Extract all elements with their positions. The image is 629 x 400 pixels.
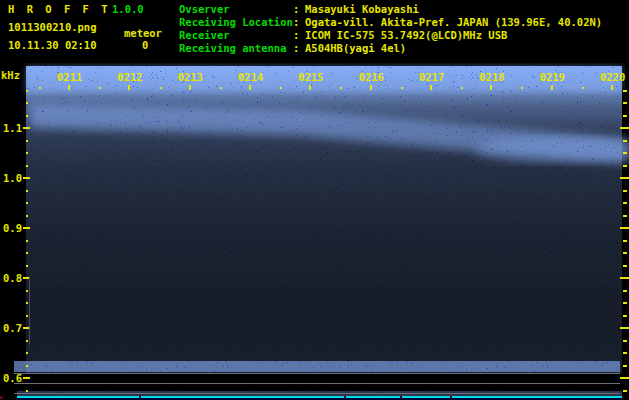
freq-tick-minor-right xyxy=(623,115,627,117)
freq-tick-major-right xyxy=(620,377,629,379)
freq-tick-minor-left xyxy=(26,340,28,342)
time-tick-half xyxy=(521,87,523,89)
time-tick-half xyxy=(461,87,463,89)
time-tick-half xyxy=(39,87,41,89)
time-label: 0213 xyxy=(178,71,203,84)
freq-tick-minor-left xyxy=(26,102,28,104)
time-label: 0217 xyxy=(419,71,444,84)
freq-tick-minor-left xyxy=(26,202,28,204)
time-label: 0212 xyxy=(117,71,142,84)
time-tick-minute xyxy=(430,85,432,90)
freq-tick-minor-right xyxy=(623,352,627,354)
info-label-receiver: Receiver xyxy=(179,29,230,42)
time-tick-minute xyxy=(551,85,553,90)
freq-tick-minor-left xyxy=(26,240,28,242)
filename: 1011300210.png xyxy=(8,21,97,34)
freq-tick-minor-right xyxy=(623,215,627,217)
freq-tick-minor-left xyxy=(26,90,28,92)
info-sep: : xyxy=(293,29,299,42)
time-tick-minute xyxy=(611,85,613,90)
bar-left-mark xyxy=(0,396,3,399)
info-label-observer: Ovserver xyxy=(179,3,230,16)
freq-tick-minor-left xyxy=(26,265,28,267)
freq-tick-minor-right xyxy=(623,290,627,292)
freq-tick-minor-right xyxy=(623,365,627,367)
freq-tick-minor-right xyxy=(623,102,627,104)
app-version: 1.0.0 xyxy=(112,3,144,16)
info-sep: : xyxy=(293,42,299,55)
time-label: 0218 xyxy=(479,71,504,84)
time-tick-minute xyxy=(189,85,191,90)
freq-tick-major-left xyxy=(23,127,30,129)
freq-tick-minor-left xyxy=(26,302,28,304)
freq-tick-major-right xyxy=(620,327,629,329)
freq-tick-minor-right xyxy=(623,265,627,267)
freq-tick-major-left xyxy=(23,177,30,179)
time-tick-half xyxy=(160,87,162,89)
info-sep: : xyxy=(293,16,299,29)
freq-tick-minor-right xyxy=(623,340,627,342)
freq-tick-minor-left xyxy=(26,115,28,117)
freq-tick-minor-left xyxy=(26,352,28,354)
freq-tick-major-right xyxy=(620,127,629,129)
time-tick-minute xyxy=(370,85,372,90)
freq-tick-minor-left xyxy=(26,290,28,292)
freq-tick-major-left xyxy=(23,227,30,229)
time-tick-minute xyxy=(128,85,130,90)
info-value-receiver: ICOM IC-575 53.7492(@LCD)MHz USB xyxy=(305,29,507,42)
left-marker-line xyxy=(29,276,30,345)
datetime: 10.11.30 02:10 xyxy=(8,39,97,52)
spectrogram-noise xyxy=(0,0,629,400)
freq-tick-minor-right xyxy=(623,152,627,154)
time-tick-half xyxy=(220,87,222,89)
freq-tick-minor-left xyxy=(26,365,28,367)
time-tick-minute xyxy=(68,85,70,90)
info-value-observer: Masayuki Kobayashi xyxy=(305,3,419,16)
time-tick-half xyxy=(401,87,403,89)
info-value-location: Ogata-vill. Akita-Pref. JAPAN (139.96E, … xyxy=(305,16,602,29)
freq-unit-label: kHz xyxy=(1,69,20,82)
time-tick-minute xyxy=(490,85,492,90)
freq-tick-minor-left xyxy=(26,190,28,192)
freq-tick-minor-right xyxy=(623,140,627,142)
level-gridline xyxy=(14,373,620,374)
time-tick-minute xyxy=(309,85,311,90)
info-value-antenna: A504HB(yagi 4el) xyxy=(305,42,406,55)
freq-tick-minor-right xyxy=(623,302,627,304)
freq-label: 1.0 xyxy=(1,172,22,185)
freq-tick-minor-right xyxy=(623,252,627,254)
time-tick-half xyxy=(340,87,342,89)
freq-tick-minor-left xyxy=(26,390,28,392)
time-label: 0211 xyxy=(57,71,82,84)
freq-tick-major-right xyxy=(620,227,629,229)
meteor-count: 0 xyxy=(142,39,148,52)
freq-tick-minor-left xyxy=(26,252,28,254)
time-label: 0216 xyxy=(359,71,384,84)
freq-tick-minor-left xyxy=(26,315,28,317)
freq-tick-minor-right xyxy=(623,90,627,92)
info-sep: : xyxy=(293,3,299,16)
freq-tick-major-right xyxy=(620,277,629,279)
level-gridline xyxy=(14,393,620,394)
freq-tick-minor-right xyxy=(623,165,627,167)
freq-tick-minor-left xyxy=(26,152,28,154)
freq-tick-major-left xyxy=(23,377,30,379)
freq-label: 0.7 xyxy=(1,322,22,335)
freq-tick-minor-right xyxy=(623,190,627,192)
time-label: 0219 xyxy=(540,71,565,84)
time-tick-half xyxy=(582,87,584,89)
freq-tick-minor-right xyxy=(623,315,627,317)
time-tick-half xyxy=(99,87,101,89)
time-tick-half xyxy=(280,87,282,89)
info-label-antenna: Receiving antenna xyxy=(179,42,286,55)
freq-label: 0.8 xyxy=(1,272,22,285)
time-label: 0220 xyxy=(600,71,625,84)
freq-tick-minor-right xyxy=(623,390,627,392)
freq-tick-major-right xyxy=(620,177,629,179)
info-label-location: Receiving Location xyxy=(179,16,293,29)
time-label: 0215 xyxy=(298,71,323,84)
time-label: 0214 xyxy=(238,71,263,84)
freq-tick-minor-left xyxy=(26,165,28,167)
freq-label: 0.9 xyxy=(1,222,22,235)
freq-tick-minor-right xyxy=(623,240,627,242)
